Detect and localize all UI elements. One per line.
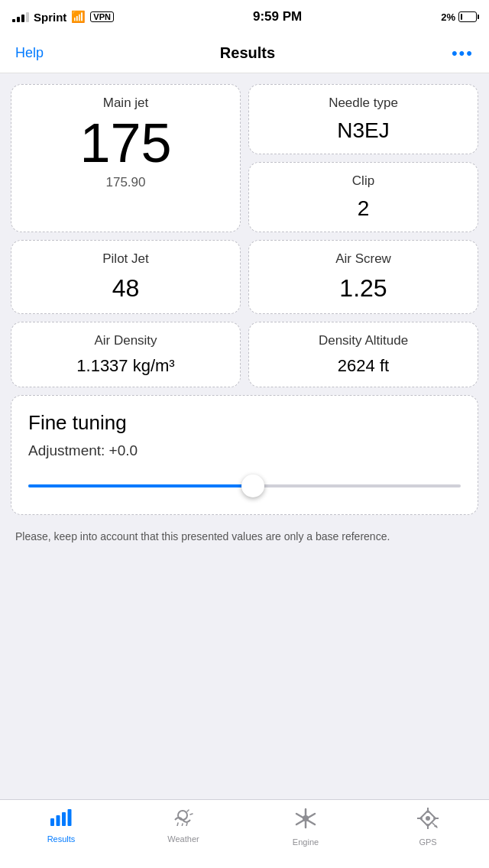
status-time: 9:59 PM (253, 9, 302, 24)
svg-rect-1 (57, 815, 60, 826)
status-left: Sprint 📶 VPN (12, 10, 114, 24)
density-altitude-title: Density Altitude (319, 333, 408, 348)
needle-type-card: Needle type N3EJ (248, 84, 478, 154)
air-screw-value: 1.25 (339, 274, 387, 303)
clip-title: Clip (352, 173, 374, 189)
help-button[interactable]: Help (15, 45, 44, 61)
weather-tab-label: Weather (167, 834, 199, 844)
fine-tuning-adjustment: Adjustment: +0.0 (28, 442, 461, 459)
disclaimer-text: Please, keep into account that this pres… (11, 524, 478, 555)
tab-results[interactable]: Results (0, 808, 122, 844)
main-jet-sub: 175.90 (106, 175, 146, 190)
air-screw-card: Air Screw 1.25 (248, 240, 478, 314)
pilot-jet-value: 48 (112, 274, 140, 303)
slider-thumb[interactable] (241, 474, 264, 497)
results-tab-label: Results (47, 834, 76, 844)
air-screw-title: Air Screw (335, 251, 391, 267)
tab-engine[interactable]: Engine (244, 808, 367, 847)
engine-tab-icon (295, 808, 316, 834)
gps-tab-icon (417, 808, 439, 834)
status-bar: Sprint 📶 VPN 9:59 PM 2% (0, 0, 489, 34)
gps-tab-label: GPS (419, 837, 436, 847)
main-jet-value: 175 (79, 115, 171, 170)
fine-tuning-card: Fine tuning Adjustment: +0.0 (11, 395, 478, 515)
page-title: Results (220, 44, 275, 62)
svg-point-13 (303, 815, 309, 821)
density-altitude-value: 2624 ft (338, 356, 389, 376)
needle-type-title: Needle type (329, 96, 398, 111)
air-density-value: 1.1337 kg/m³ (76, 356, 174, 376)
air-density-title: Air Density (94, 333, 157, 348)
tab-gps[interactable]: GPS (367, 808, 489, 847)
tab-weather[interactable]: Weather (122, 808, 244, 844)
carrier-label: Sprint (34, 11, 66, 24)
svg-line-7 (186, 823, 187, 826)
adjustment-value: +0.0 (109, 442, 138, 458)
vpn-badge: VPN (90, 11, 114, 22)
weather-tab-icon (172, 808, 195, 831)
clip-value: 2 (358, 196, 370, 221)
signal-icon (12, 11, 29, 22)
svg-rect-2 (62, 812, 66, 826)
adjustment-label: Adjustment: (28, 442, 105, 458)
density-altitude-card: Density Altitude 2624 ft (248, 322, 478, 387)
status-right: 2% (441, 11, 477, 23)
pilot-jet-title: Pilot Jet (102, 251, 148, 267)
tab-bar: Results Weather Engine (0, 799, 489, 868)
clip-card: Clip 2 (248, 162, 478, 232)
air-density-card: Air Density 1.1337 kg/m³ (11, 322, 241, 387)
svg-point-18 (426, 816, 430, 821)
wifi-icon: 📶 (71, 10, 86, 24)
main-jet-card: Main jet 175 175.90 (11, 84, 241, 232)
svg-rect-0 (50, 818, 54, 826)
more-options-button[interactable]: ••• (452, 44, 474, 63)
nav-bar: Help Results ••• (0, 34, 489, 73)
needle-type-value: N3EJ (337, 118, 389, 143)
battery-icon (458, 11, 477, 22)
results-grid: Main jet 175 175.90 Needle type N3EJ Cli… (11, 84, 478, 387)
svg-line-8 (187, 810, 189, 811)
fine-tuning-title: Fine tuning (28, 411, 461, 435)
battery-pct: 2% (441, 11, 455, 23)
pilot-jet-card: Pilot Jet 48 (11, 240, 241, 314)
svg-line-5 (177, 823, 178, 826)
main-content: Main jet 175 175.90 Needle type N3EJ Cli… (0, 73, 489, 555)
svg-line-6 (182, 824, 183, 826)
fine-tuning-slider[interactable] (28, 473, 461, 499)
slider-fill (28, 484, 253, 487)
main-jet-title: Main jet (103, 96, 149, 111)
results-tab-icon (50, 808, 72, 831)
svg-line-9 (190, 814, 193, 815)
svg-rect-3 (68, 809, 72, 826)
engine-tab-label: Engine (293, 837, 319, 847)
svg-point-4 (178, 811, 187, 820)
